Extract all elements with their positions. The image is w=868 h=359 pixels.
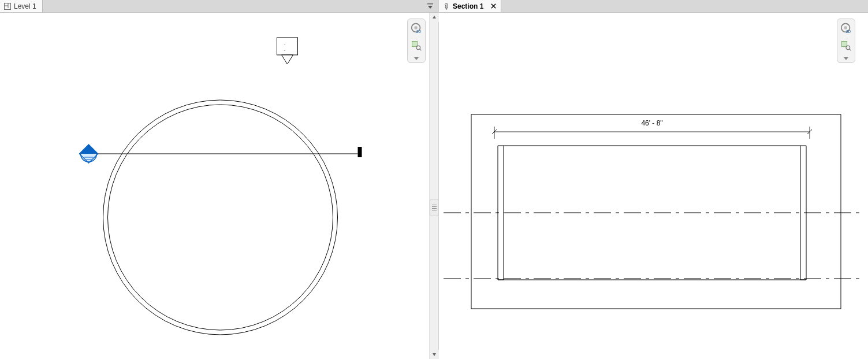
right-view-pane: Section 1 [439,0,868,359]
close-icon[interactable] [489,2,497,10]
chevron-down-icon[interactable] [844,57,848,60]
zoom-region-button[interactable] [839,39,853,53]
svg-point-3 [103,100,338,335]
svg-point-18 [416,46,420,50]
steering-wheel-button[interactable]: 2D [839,21,853,35]
tab-label: Level 1 [14,2,36,10]
left-tab-strip: Level 1 [0,0,438,13]
left-canvas[interactable]: - - 2D [0,13,438,359]
left-vertical-scrollbar[interactable] [429,13,438,359]
svg-marker-12 [282,55,293,64]
svg-text:2D: 2D [846,29,851,34]
svg-rect-0 [5,3,11,9]
svg-text:-: - [284,47,286,53]
svg-rect-17 [412,42,418,47]
floorplan-icon [3,2,12,10]
svg-point-45 [844,26,847,29]
pin-icon [442,2,450,10]
left-view-pane: Level 1 [0,0,439,359]
steering-wheel-button[interactable]: 2D [409,21,423,35]
svg-rect-6 [358,147,362,157]
workspace: Level 1 [0,0,868,359]
svg-rect-11 [277,38,298,55]
tab-level-1[interactable]: Level 1 [0,0,43,12]
svg-marker-21 [433,353,436,356]
scroll-up-button[interactable] [430,13,439,22]
splitter-handle[interactable] [430,199,439,216]
chevron-down-icon[interactable] [414,57,419,60]
overflow-line-icon [427,5,433,5]
svg-text:-: - [284,41,286,46]
svg-marker-20 [433,16,436,18]
svg-point-48 [846,46,850,50]
tab-label: Section 1 [453,2,483,10]
marker-symbol: - - [277,38,298,64]
svg-rect-47 [842,42,847,47]
tab-section-1[interactable]: Section 1 [439,0,501,12]
navigation-bar: 2D [837,18,855,63]
right-canvas[interactable]: 46' - 8" 2D [439,13,868,359]
dimension: 46' - 8" [492,119,812,139]
chevron-down-icon [428,6,433,9]
nav-mode-label: 2D [416,29,422,34]
svg-marker-8 [80,145,98,154]
svg-point-16 [414,26,418,29]
zoom-region-button[interactable] [409,39,423,53]
svg-point-4 [108,105,333,330]
plan-drawing: - - [0,13,438,359]
overflow-line-icon [427,3,433,4]
right-tab-strip: Section 1 [439,0,868,13]
tab-overflow-button[interactable] [426,1,435,10]
scroll-down-button[interactable] [430,350,439,359]
dimension-text: 46' - 8" [641,119,662,127]
svg-line-19 [420,49,422,51]
section-head-marker [80,145,98,163]
navigation-bar: 2D [407,18,426,63]
section-drawing: 46' - 8" [439,13,868,359]
svg-line-49 [850,49,851,51]
